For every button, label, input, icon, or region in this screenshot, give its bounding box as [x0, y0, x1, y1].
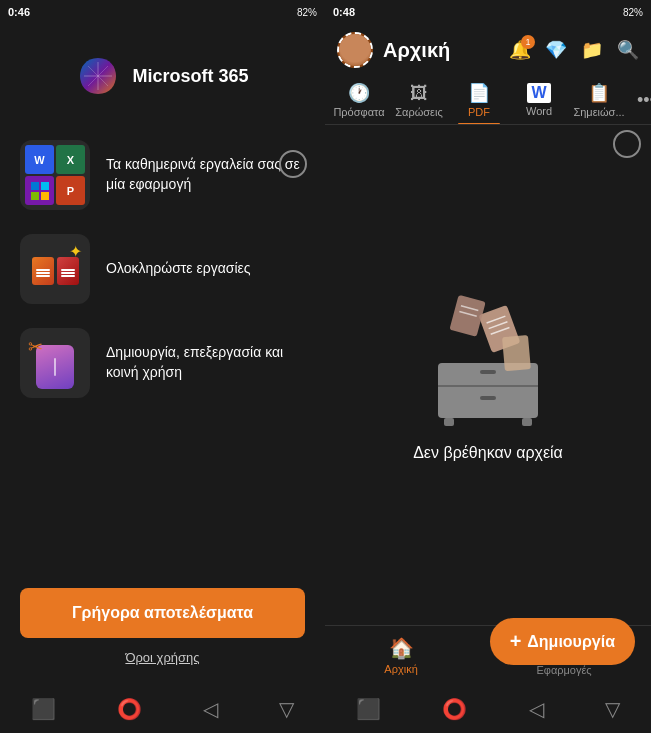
nav-circle-right-icon: ⭕ [442, 697, 467, 721]
tab-recent-icon: 🕐 [348, 82, 370, 104]
svg-rect-7 [480, 370, 496, 374]
excel-icon: X [56, 145, 85, 174]
tab-pdf[interactable]: 📄 PDF [449, 76, 509, 124]
tab-pdf-label: PDF [468, 106, 490, 118]
circle-indicator-right [613, 130, 641, 158]
tab-notes[interactable]: 📋 Σημειώσ... [569, 76, 629, 124]
tab-word-label: Word [526, 105, 552, 117]
nav-back-icon[interactable]: ◁ [203, 697, 218, 721]
nav-down-icon[interactable]: ▽ [279, 697, 294, 721]
feature-icon-tasks: ✦ [20, 234, 90, 304]
left-panel: 0:46 82% Microsoft 365 [0, 0, 325, 733]
tabs-row: 🕐 Πρόσφατα 🖼 Σαρώσεις 📄 PDF W Word 📋 Σημ… [325, 76, 651, 125]
nav-square-icon: ⬛ [31, 697, 56, 721]
nav-back-right-icon[interactable]: ◁ [529, 697, 544, 721]
svg-rect-6 [438, 385, 538, 387]
svg-rect-1 [31, 182, 39, 190]
header-left-area: Αρχική [337, 32, 450, 68]
feature-list: W X P Τα καθημερινά εργαλεία σας σε μία … [0, 128, 325, 410]
feature-icon-daily: W X P [20, 140, 90, 210]
create-fab-button[interactable]: + Δημιουργία [490, 618, 635, 665]
empty-state: Δεν βρέθηκαν αρχεία [325, 125, 651, 625]
tab-pdf-icon: 📄 [468, 82, 490, 104]
feature-icon-create: ✂ [20, 328, 90, 398]
bottom-nav-home[interactable]: 🏠 Αρχική [384, 636, 417, 675]
search-icon[interactable]: 🔍 [617, 39, 639, 61]
quick-results-button[interactable]: Γρήγορα αποτελέσματα [20, 588, 305, 638]
empty-illustration [408, 288, 568, 428]
avatar[interactable] [337, 32, 373, 68]
feature-text-tasks: Ολοκληρώστε εργασίες [106, 259, 250, 279]
powerpoint-icon: P [56, 176, 85, 205]
header-right: Αρχική 🔔 1 💎 📁 🔍 [325, 24, 651, 76]
fab-label: Δημιουργία [527, 633, 615, 651]
diamond-icon[interactable]: 💎 [545, 39, 567, 61]
status-bar-right: 0:48 82% [325, 0, 651, 24]
tab-scans-icon: 🖼 [410, 83, 428, 104]
app-title: Microsoft 365 [132, 66, 248, 87]
battery-left: 82% [297, 7, 317, 18]
time-right: 0:48 [333, 6, 355, 18]
nav-bar-left: ⬛ ⭕ ◁ ▽ [0, 685, 325, 733]
notification-icon[interactable]: 🔔 1 [509, 39, 531, 61]
notification-badge: 1 [521, 35, 535, 49]
svg-rect-10 [522, 418, 532, 426]
feature-text-create: Δημιουργία, επεξεργασία και κοινή χρήση [106, 343, 305, 382]
svg-rect-15 [449, 295, 485, 337]
svg-rect-9 [444, 418, 454, 426]
status-icons-right: 82% [623, 7, 643, 18]
tab-notes-icon: 📋 [588, 82, 610, 104]
tab-notes-label: Σημειώσ... [573, 106, 624, 118]
word-icon: W [25, 145, 54, 174]
nav-down-right-icon[interactable]: ▽ [605, 697, 620, 721]
battery-right: 82% [623, 7, 643, 18]
svg-rect-18 [502, 335, 531, 371]
nav-bar-right: ⬛ ⭕ ◁ ▽ [325, 685, 651, 733]
tab-word[interactable]: W Word [509, 77, 569, 123]
tab-scans-label: Σαρώσεις [395, 106, 442, 118]
home-nav-label: Αρχική [384, 663, 417, 675]
tab-scans[interactable]: 🖼 Σαρώσεις [389, 77, 449, 124]
header-title: Αρχική [383, 39, 450, 62]
svg-rect-8 [480, 396, 496, 400]
scissors-icon: ✂ [28, 336, 43, 358]
logo-area: Microsoft 365 [76, 54, 248, 98]
tab-more-icon[interactable]: ••• [629, 84, 651, 117]
ms-icon [25, 176, 54, 205]
status-bar-left: 0:46 82% [0, 0, 325, 24]
fab-plus-icon: + [510, 630, 522, 653]
avatar-face [339, 34, 371, 66]
svg-rect-3 [31, 192, 39, 200]
bottom-area-left: Γρήγορα αποτελέσματα Όροι χρήσης [0, 588, 325, 685]
feature-create: ✂ Δημιουργία, επεξεργασία και κοινή χρήσ… [20, 316, 305, 410]
header-icons: 🔔 1 💎 📁 🔍 [509, 39, 639, 61]
home-nav-icon: 🏠 [389, 636, 414, 660]
svg-rect-4 [41, 192, 49, 200]
empty-message: Δεν βρέθηκαν αρχεία [413, 444, 563, 462]
folder-icon[interactable]: 📁 [581, 39, 603, 61]
right-panel: 0:48 82% Αρχική 🔔 1 💎 📁 🔍 🕐 Πρόσφατα [325, 0, 651, 733]
ms365-logo-icon [76, 54, 120, 98]
svg-rect-2 [41, 182, 49, 190]
tab-recent-label: Πρόσφατα [333, 106, 384, 118]
star-icon: ✦ [69, 242, 82, 261]
tab-recent[interactable]: 🕐 Πρόσφατα [329, 76, 389, 124]
apps-nav-label: Εφαρμογές [536, 664, 591, 676]
nav-circle-icon: ⭕ [117, 697, 142, 721]
status-icons-left: 82% [297, 7, 317, 18]
time-left: 0:46 [8, 6, 30, 18]
tab-word-icon: W [527, 83, 550, 103]
circle-indicator-left [279, 150, 307, 178]
terms-link[interactable]: Όροι χρήσης [125, 650, 199, 665]
nav-square-right-icon: ⬛ [356, 697, 381, 721]
feature-text-daily: Τα καθημερινά εργαλεία σας σε μία εφαρμο… [106, 155, 305, 194]
feature-tasks: ✦ Ολοκληρώστε εργασίες [20, 222, 305, 316]
feature-daily-tools: W X P Τα καθημερινά εργαλεία σας σε μία … [20, 128, 305, 222]
